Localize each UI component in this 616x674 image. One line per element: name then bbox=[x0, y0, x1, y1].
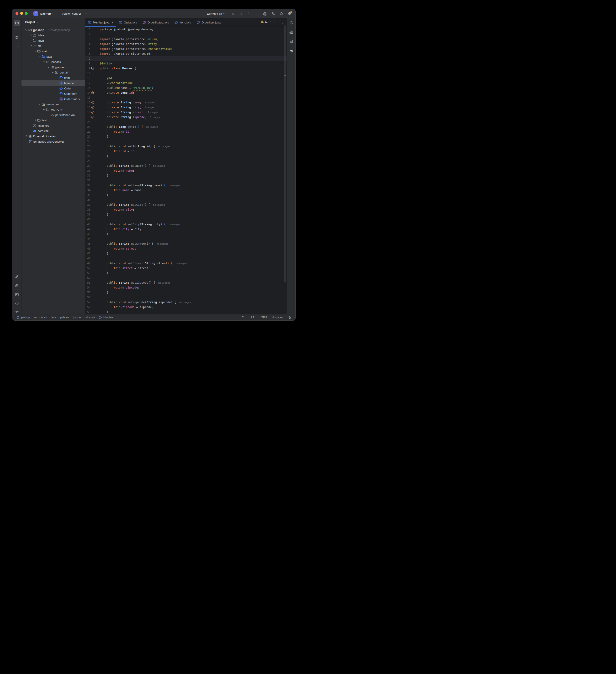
code-line-49[interactable]: 49 public void setStreet(String street) … bbox=[85, 261, 287, 266]
code-line-36[interactable]: 36 bbox=[85, 198, 287, 202]
tree-item-Order[interactable]: COrder bbox=[21, 86, 85, 91]
chevron-right-icon[interactable] bbox=[33, 118, 37, 122]
chevron-down-icon[interactable] bbox=[33, 49, 37, 53]
run-configuration-selector[interactable]: Current File bbox=[207, 12, 225, 15]
tab-Order.java[interactable]: COrder.java bbox=[116, 18, 140, 26]
tree-item-jpashop[interactable]: jpashop bbox=[21, 65, 85, 70]
vcs-menu[interactable]: Version control bbox=[62, 12, 81, 15]
tree-item-External-Libraries[interactable]: External Libraries bbox=[21, 133, 85, 139]
tool-stripe-database-button[interactable] bbox=[288, 38, 294, 45]
code-line-59[interactable]: 59 } bbox=[85, 310, 287, 314]
tree-item-Scratches-and-Consoles[interactable]: Scratches and Consoles bbox=[21, 139, 85, 144]
code-line-24[interactable]: 24 bbox=[85, 139, 287, 144]
more-actions-button[interactable]: ⋮ bbox=[246, 11, 251, 16]
code-line-8[interactable]: 8@Entity bbox=[85, 61, 287, 66]
code-line-51[interactable]: 51 } bbox=[85, 270, 287, 275]
code-line-45[interactable]: 45 public String getStreet() {no usages bbox=[85, 241, 287, 246]
code-line-47[interactable]: 47 } bbox=[85, 251, 287, 256]
tool-stripe-build-hammer-button[interactable] bbox=[14, 274, 20, 280]
tree-item-java[interactable]: java bbox=[21, 54, 85, 59]
tree-item-.gitignore[interactable]: .gitignore bbox=[21, 123, 85, 128]
usages-inlay-hint[interactable]: no usages bbox=[158, 144, 170, 149]
tree-item-main[interactable]: main bbox=[21, 48, 85, 54]
code-line-17[interactable]: 17a private String city;2 usages bbox=[85, 105, 287, 110]
usages-inlay-hint[interactable]: no usages bbox=[176, 261, 187, 266]
code-line-32[interactable]: 32 bbox=[85, 178, 287, 183]
tree-item-domain[interactable]: domain bbox=[21, 70, 85, 75]
code-line-33[interactable]: 33 public void setName(String name) {no … bbox=[85, 183, 287, 188]
tab-options-button[interactable]: ⋮ bbox=[281, 20, 284, 24]
chevron-right-icon[interactable] bbox=[25, 134, 28, 138]
jpa-attribute-gutter-icon[interactable]: a bbox=[91, 111, 94, 114]
code-line-19[interactable]: 19a private String zipcode;2 usages bbox=[85, 115, 287, 120]
code-line-42[interactable]: 42 this.city = city; bbox=[85, 227, 287, 232]
code-line-37[interactable]: 37 public String getCity() {no usages bbox=[85, 202, 287, 207]
tree-item-.mvn[interactable]: .mvn bbox=[21, 38, 85, 43]
search-everywhere-button[interactable] bbox=[279, 11, 284, 16]
code-line-55[interactable]: 55 } bbox=[85, 290, 287, 295]
prev-problem-button[interactable] bbox=[270, 20, 271, 23]
code-line-2[interactable]: 2 bbox=[85, 32, 287, 37]
tool-stripe-notifications-button[interactable] bbox=[288, 20, 294, 26]
tool-stripe-more-button[interactable] bbox=[14, 43, 20, 49]
tool-stripe-structure-button[interactable] bbox=[14, 34, 20, 41]
code-line-40[interactable]: 40 bbox=[85, 217, 287, 222]
code-line-11[interactable]: 11 @Id bbox=[85, 76, 287, 81]
tool-stripe-problems-button[interactable] bbox=[14, 300, 20, 307]
close-window-button[interactable] bbox=[15, 12, 18, 15]
code-line-57[interactable]: 57 public void setZipcode(String zipcode… bbox=[85, 300, 287, 305]
code-line-16[interactable]: 16a private String name;2 usages bbox=[85, 100, 287, 105]
tab-OrderItem.java[interactable]: COrderItem.java bbox=[194, 18, 223, 26]
tree-item-src[interactable]: src bbox=[21, 43, 85, 48]
close-tab-icon[interactable]: ✕ bbox=[111, 21, 113, 24]
tree-item-OrderStatus[interactable]: EOrderStatus bbox=[21, 96, 85, 102]
code-line-53[interactable]: 53 public String getZipcode() {no usages bbox=[85, 280, 287, 285]
chevron-down-icon[interactable] bbox=[38, 103, 41, 106]
status-caret-position[interactable]: 7:1 bbox=[242, 316, 246, 319]
usages-inlay-hint[interactable]: no usages bbox=[153, 163, 165, 168]
code-line-46[interactable]: 46 return street; bbox=[85, 246, 287, 251]
breadcrumb-item[interactable]: src bbox=[34, 316, 37, 319]
code-line-9[interactable]: 9public class Member { bbox=[85, 66, 287, 71]
status-indent[interactable]: 4 spaces bbox=[272, 316, 283, 319]
tool-stripe-project-folder-button[interactable] bbox=[14, 20, 20, 26]
warning-stripe-mark[interactable] bbox=[284, 76, 286, 76]
code-line-10[interactable]: 10 bbox=[85, 71, 287, 76]
tree-item-OrderItem[interactable]: COrderItem bbox=[21, 91, 85, 96]
code-line-14[interactable]: 14a private Long id; bbox=[85, 90, 287, 95]
code-line-56[interactable]: 56 bbox=[85, 295, 287, 300]
run-button[interactable] bbox=[230, 11, 236, 16]
usages-inlay-hint[interactable]: 2 usages bbox=[150, 115, 160, 120]
code-line-30[interactable]: 30 return name; bbox=[85, 168, 287, 173]
usages-inlay-hint[interactable]: no usages bbox=[179, 300, 191, 305]
project-panel-header[interactable]: Project bbox=[25, 20, 38, 24]
minimize-window-button[interactable] bbox=[20, 12, 23, 15]
code-line-5[interactable]: 5import jakarta.persistence.GeneratedVal… bbox=[85, 46, 287, 51]
usages-inlay-hint[interactable]: no usages bbox=[158, 280, 170, 285]
code-line-41[interactable]: 41 public void setCity(String city) {no … bbox=[85, 222, 287, 227]
chevron-down-icon[interactable] bbox=[42, 108, 46, 111]
status-encoding[interactable]: UTF-8 bbox=[260, 316, 267, 319]
status-line-separator[interactable]: LF bbox=[251, 316, 254, 319]
code-line-39[interactable]: 39 } bbox=[85, 212, 287, 217]
chevron-down-icon[interactable] bbox=[47, 65, 50, 69]
code-line-31[interactable]: 31 } bbox=[85, 173, 287, 178]
code-line-52[interactable]: 52 bbox=[85, 275, 287, 280]
tree-item-Item[interactable]: CItem bbox=[21, 75, 85, 80]
lock-open-icon[interactable] bbox=[288, 316, 291, 319]
code-with-me-button[interactable] bbox=[270, 11, 276, 16]
breadcrumb-item[interactable]: main bbox=[41, 316, 47, 319]
jpa-attribute-gutter-icon[interactable]: a bbox=[91, 116, 94, 119]
code-line-12[interactable]: 12 @GeneratedValue bbox=[85, 81, 287, 86]
zoom-window-button[interactable] bbox=[25, 12, 28, 15]
code-line-6[interactable]: 6import jakarta.persistence.Id; bbox=[85, 51, 287, 56]
code-line-1[interactable]: 1package jpabook.jpashop.domain; bbox=[85, 27, 287, 32]
tool-stripe-ai-assistant-button[interactable] bbox=[288, 29, 294, 35]
chevron-down-icon[interactable] bbox=[51, 71, 55, 74]
code-pane[interactable]: 1package jpabook.jpashop.domain;23import… bbox=[85, 27, 287, 314]
code-line-34[interactable]: 34 this.name = name; bbox=[85, 188, 287, 193]
tree-item-resources[interactable]: resources bbox=[21, 102, 85, 107]
code-line-29[interactable]: 29 public String getName() {no usages bbox=[85, 163, 287, 168]
code-line-48[interactable]: 48 bbox=[85, 256, 287, 261]
chevron-right-icon[interactable] bbox=[29, 33, 32, 37]
